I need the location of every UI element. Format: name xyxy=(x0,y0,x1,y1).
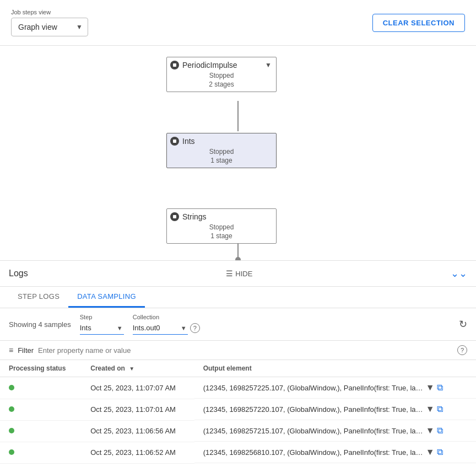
row-actions-2: ▼ ⧉ xyxy=(426,426,443,436)
status-dot-2 xyxy=(9,428,14,433)
filter-icon: ≡ xyxy=(9,346,13,355)
table-row: Oct 25, 2023, 11:07:07 AM (12345, 169825… xyxy=(0,377,476,399)
logs-title: Logs xyxy=(9,269,28,278)
expand-row-button-2[interactable]: ▼ xyxy=(426,426,435,436)
stop-icon-strings xyxy=(170,212,179,221)
collection-group: Collection Ints.out0 ▼ ? xyxy=(133,314,200,335)
filter-input-row: ≡ Filter ? xyxy=(0,341,476,360)
node-status-ints: Stopped xyxy=(167,147,276,157)
open-link-button-2[interactable]: ⧉ xyxy=(437,426,443,436)
cell-status-3 xyxy=(0,442,82,463)
graph-view-select-wrapper: Graph viewList view ▼ xyxy=(11,18,88,36)
svg-point-3 xyxy=(235,257,241,260)
filter-input[interactable] xyxy=(38,346,453,355)
clear-selection-button[interactable]: CLEAR SELECTION xyxy=(372,14,465,32)
step-group: Step Ints ▼ xyxy=(80,314,124,335)
table-row: Oct 25, 2023, 11:06:56 AM (12345, 169825… xyxy=(0,420,476,442)
open-link-button-1[interactable]: ⧉ xyxy=(437,404,443,414)
table-header: Processing status Created on ▼ Output el… xyxy=(0,360,476,377)
table-row: Oct 25, 2023, 11:07:01 AM (12345, 169825… xyxy=(0,399,476,420)
node-box-ints: Ints Stopped 1 stage xyxy=(166,133,277,168)
status-dot-1 xyxy=(9,406,14,412)
node-stages-strings: 1 stage xyxy=(167,232,276,243)
col-header-processing-status: Processing status xyxy=(0,360,82,377)
hide-label: HIDE xyxy=(235,270,252,278)
collection-select[interactable]: Ints.out0 xyxy=(133,321,188,335)
collection-select-wrapper: Ints.out0 ▼ ? xyxy=(133,321,200,335)
graph-area: PeriodicImpulse ▼ Stopped 2 stages Ints … xyxy=(0,46,476,261)
cell-status-2 xyxy=(0,420,82,442)
collection-label: Collection xyxy=(133,314,200,320)
node-status-periodic-impulse: Stopped xyxy=(167,71,276,81)
logs-section: Logs ☰ HIDE ⌄⌄ STEP LOGS DATA SAMPLING S… xyxy=(0,261,476,464)
graph-view-select[interactable]: Graph viewList view xyxy=(11,18,88,36)
hide-button[interactable]: ☰ HIDE xyxy=(226,269,252,278)
expand-row-button-0[interactable]: ▼ xyxy=(426,383,435,393)
cell-created-on-3: Oct 25, 2023, 11:06:52 AM xyxy=(82,442,194,463)
node-status-strings: Stopped xyxy=(167,222,276,232)
step-label: Step xyxy=(80,314,124,320)
top-bar: Job steps view Graph viewList view ▼ CLE… xyxy=(0,0,476,46)
node-stages-ints: 1 stage xyxy=(167,157,276,168)
row-actions-0: ▼ ⧉ xyxy=(426,383,443,393)
stop-icon-ints xyxy=(170,137,179,146)
cell-output-0: (12345, 1698257225.107, (GlobalWindow,),… xyxy=(194,377,476,399)
expand-row-button-3[interactable]: ▼ xyxy=(426,447,435,457)
row-actions-1: ▼ ⧉ xyxy=(426,404,443,414)
step-select[interactable]: Ints xyxy=(80,321,124,335)
node-box-strings: Strings Stopped 1 stage xyxy=(166,208,277,244)
filter-label-text: Filter xyxy=(18,346,34,355)
job-steps-view-control: Job steps view Graph viewList view ▼ xyxy=(11,9,88,36)
stop-icon-periodic-impulse xyxy=(170,61,179,69)
output-text-1: (12345, 1698257220.107, (GlobalWindow,),… xyxy=(203,405,424,414)
row-actions-3: ▼ ⧉ xyxy=(426,447,443,457)
tabs-row: STEP LOGS DATA SAMPLING xyxy=(0,287,476,308)
node-strings[interactable]: Strings Stopped 1 stage xyxy=(166,208,277,244)
cell-created-on-1: Oct 25, 2023, 11:07:01 AM xyxy=(82,399,194,420)
tab-step-logs[interactable]: STEP LOGS xyxy=(9,287,68,308)
node-header-strings: Strings xyxy=(167,209,276,222)
cell-output-3: (12345, 1698256810.107, (GlobalWindow,),… xyxy=(194,442,476,463)
cell-created-on-0: Oct 25, 2023, 11:07:07 AM xyxy=(82,377,194,399)
filter-help-icon[interactable]: ? xyxy=(457,345,467,355)
output-text-3: (12345, 1698256810.107, (GlobalWindow,),… xyxy=(203,448,424,457)
status-dot-3 xyxy=(9,449,14,455)
node-stages-periodic-impulse: 2 stages xyxy=(167,81,276,92)
cell-created-on-2: Oct 25, 2023, 11:06:56 AM xyxy=(82,420,194,442)
node-title-strings: Strings xyxy=(182,212,272,221)
node-header-periodic-impulse: PeriodicImpulse ▼ xyxy=(167,57,276,71)
sort-icon: ▼ xyxy=(129,366,134,372)
output-text-0: (12345, 1698257225.107, (GlobalWindow,),… xyxy=(203,384,424,392)
data-table: Processing status Created on ▼ Output el… xyxy=(0,360,476,464)
output-text-2: (12345, 1698257215.107, (GlobalWindow,),… xyxy=(203,427,424,435)
filter-controls: Showing 4 samples Step Ints ▼ Collection… xyxy=(0,308,476,341)
job-steps-view-label: Job steps view xyxy=(11,9,88,15)
cell-status-0 xyxy=(0,377,82,399)
node-periodic-impulse[interactable]: PeriodicImpulse ▼ Stopped 2 stages xyxy=(166,57,277,92)
cell-output-1: (12345, 1698257220.107, (GlobalWindow,),… xyxy=(194,399,476,420)
tab-data-sampling[interactable]: DATA SAMPLING xyxy=(68,287,145,308)
refresh-icon[interactable]: ↻ xyxy=(459,318,467,330)
node-header-ints: Ints xyxy=(167,133,276,147)
expand-icon[interactable]: ⌄⌄ xyxy=(451,267,467,280)
collection-help-icon[interactable]: ? xyxy=(190,323,200,333)
status-dot-0 xyxy=(9,385,14,390)
col-header-output-element: Output element xyxy=(194,360,476,377)
table-row: Oct 25, 2023, 11:06:52 AM (12345, 169825… xyxy=(0,442,476,463)
list-icon: ☰ xyxy=(226,269,233,278)
node-ints[interactable]: Ints Stopped 1 stage xyxy=(166,133,277,168)
expand-row-button-1[interactable]: ▼ xyxy=(426,404,435,414)
open-link-button-3[interactable]: ⧉ xyxy=(437,447,443,457)
col-header-created-on[interactable]: Created on ▼ xyxy=(82,360,194,377)
logs-header: Logs ☰ HIDE ⌄⌄ xyxy=(0,261,476,287)
node-box-periodic-impulse: PeriodicImpulse ▼ Stopped 2 stages xyxy=(166,57,277,92)
table-body: Oct 25, 2023, 11:07:07 AM (12345, 169825… xyxy=(0,377,476,464)
cell-output-2: (12345, 1698257215.107, (GlobalWindow,),… xyxy=(194,420,476,442)
node-title-periodic-impulse: PeriodicImpulse xyxy=(182,61,262,69)
step-select-wrapper: Ints ▼ xyxy=(80,321,124,335)
open-link-button-0[interactable]: ⧉ xyxy=(437,383,443,393)
showing-label: Showing 4 samples xyxy=(9,320,71,329)
cell-status-1 xyxy=(0,399,82,420)
chevron-icon-periodic-impulse: ▼ xyxy=(265,61,272,69)
collection-select-inner: Ints.out0 ▼ xyxy=(133,321,188,335)
